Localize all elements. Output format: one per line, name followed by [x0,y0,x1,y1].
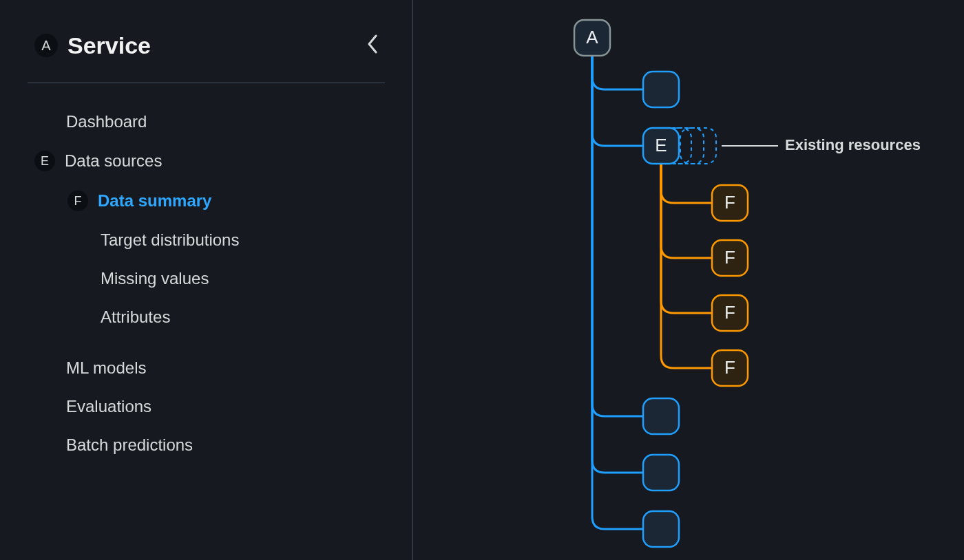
node-label: F [724,192,735,213]
resource-tree-diagram: Existing resourcesAEFFFF [413,0,964,560]
nav-item-label: Batch predictions [66,435,193,455]
node-label: F [724,247,735,268]
nav-item-label: Missing values [101,269,209,288]
nav-item-data-summary[interactable]: FData summary [34,181,385,221]
nav-item-label: Dashboard [66,112,147,131]
svg-rect-3 [643,398,679,434]
tree-node-blue-0[interactable] [643,72,679,107]
nav-item-dashboard[interactable]: Dashboard [34,103,385,141]
sidebar-title: Service [67,32,151,59]
tree-node-blue-4[interactable] [643,511,679,547]
nav-item-label: Evaluations [66,397,151,416]
nav-item-missing-values[interactable]: Missing values [34,259,385,298]
tree-node-orange-2[interactable]: F [712,295,748,331]
svg-rect-4 [643,455,679,491]
nav-item-ml-models[interactable]: ML models [34,349,385,387]
sidebar-collapse-button[interactable] [362,28,385,63]
sidebar-header: A Service [0,0,412,83]
tree-node-blue-1[interactable]: E [643,128,679,164]
nav-item-label: Target distributions [101,230,239,250]
tree-connector [592,54,643,473]
annotation-label: Existing resources [785,136,921,153]
tree-connector [592,54,643,416]
tree-node-orange-0[interactable]: F [712,185,748,221]
nav-item-label: Data sources [65,151,162,171]
tree-node-blue-3[interactable] [643,455,679,491]
nav-item-label: Data summary [98,191,211,211]
tree-connector [592,54,643,89]
chevron-left-icon [366,32,381,56]
nav-item-batch-predictions[interactable]: Batch predictions [34,426,385,464]
tree-connector [661,162,712,203]
tree-connector [661,162,712,258]
node-label: E [655,135,667,155]
nav-badge: F [67,191,88,211]
node-label: A [586,27,598,47]
tree-node-orange-3[interactable]: F [712,350,748,386]
nav-item-target-distributions[interactable]: Target distributions [34,221,385,259]
nav-item-label: ML models [66,358,146,378]
svg-rect-5 [643,511,679,547]
tree-connector [661,162,712,368]
nav-item-evaluations[interactable]: Evaluations [34,387,385,426]
tree-connector [592,54,643,146]
existing-resource-ghost [680,128,716,164]
svg-rect-1 [643,72,679,107]
tree-node-blue-2[interactable] [643,398,679,434]
tree-connector [592,54,643,529]
nav-item-data-sources[interactable]: EData sources [34,141,385,181]
tree-node-orange-1[interactable]: F [712,240,748,276]
tree-root-node[interactable]: A [574,20,610,56]
node-label: F [724,302,735,323]
nav-item-label: Attributes [101,308,170,327]
nav-badge: E [34,151,55,171]
service-badge: A [34,34,58,57]
node-label: F [724,357,735,378]
tree-connector [661,162,712,313]
sidebar: A Service DashboardEData sourcesFData su… [0,0,413,560]
sidebar-nav: DashboardEData sourcesFData summaryTarge… [0,83,412,464]
nav-item-attributes[interactable]: Attributes [34,298,385,336]
